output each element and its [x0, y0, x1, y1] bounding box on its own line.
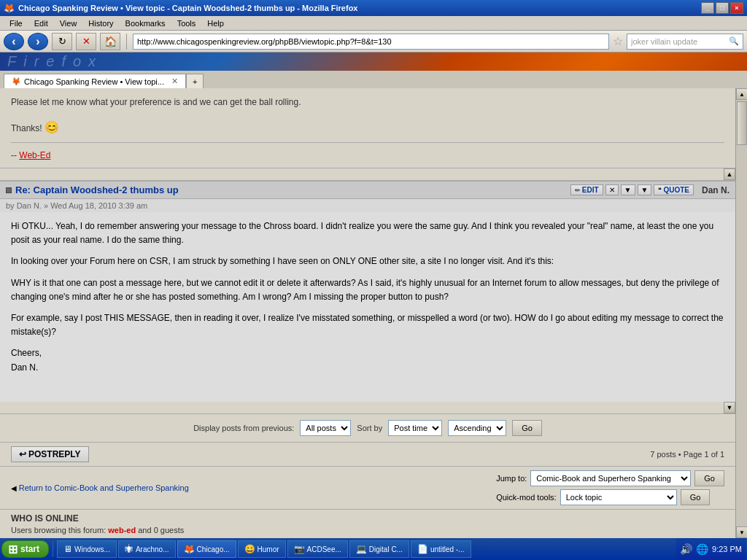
network-icon[interactable]: 🌐	[696, 543, 708, 554]
window-controls: _ □ ×	[701, 2, 743, 14]
taskbar-icon-1: 🖥	[63, 544, 72, 554]
taskbar-btn-6[interactable]: 💻 Digital C...	[349, 540, 409, 554]
forward-button[interactable]: ›	[28, 33, 48, 50]
close-button[interactable]: ×	[730, 2, 743, 14]
taskbar-btn-2[interactable]: 🕷 Arachno...	[118, 540, 176, 554]
post-body-p2: In looking over your Forum here on CSR, …	[11, 254, 724, 268]
taskbar-btn-1[interactable]: 🖥 Windows...	[57, 540, 117, 554]
main-content: Please let me know what your preference …	[0, 88, 735, 538]
scrollbar-track[interactable]	[736, 100, 747, 526]
delete-button[interactable]: ✕	[605, 184, 619, 195]
taskbar-btn-4[interactable]: 😄 Humor	[238, 540, 286, 554]
back-button[interactable]: ‹	[4, 33, 24, 50]
page-wrapper: Please let me know what your preference …	[0, 88, 747, 538]
taskbar: ⊞ start 🖥 Windows... 🕷 Arachno... 🦊 Chic…	[0, 538, 747, 554]
prev-post-thanks: Thanks! 😊	[11, 119, 724, 136]
bookmark-star[interactable]: ☆	[613, 34, 623, 48]
menu-help[interactable]: Help	[201, 18, 230, 29]
post-body-p3: WHY is it that one can post a message he…	[11, 276, 724, 304]
address-text: http://www.chicagospenkingreview.org/php…	[137, 37, 605, 46]
scroll-down-btn[interactable]: ▼	[724, 402, 735, 413]
taskbar-icon-6: 💻	[356, 544, 367, 554]
taskbar-label-7: untitled -...	[430, 545, 465, 553]
tab-close-icon[interactable]: ✕	[171, 77, 178, 86]
prev-post-sig: -- Web-Ed	[11, 149, 724, 162]
taskbar-icon-3: 🦊	[184, 544, 195, 554]
scroll-up-area: ▲	[0, 168, 735, 180]
stop-button[interactable]: ✕	[76, 33, 96, 50]
taskbar-separator	[53, 541, 53, 554]
post-body-p4: For example, say I post THIS MESSAGE, th…	[11, 311, 724, 339]
search-icon[interactable]: 🔍	[729, 36, 739, 46]
menubar: File Edit View History Bookmarks Tools H…	[0, 16, 747, 31]
start-button[interactable]: ⊞ start	[1, 540, 49, 554]
taskbar-icon-2: 🕷	[125, 544, 133, 554]
address-bar[interactable]: http://www.chicagospenkingreview.org/php…	[133, 34, 609, 50]
reload-button[interactable]: ↻	[52, 33, 72, 50]
home-button[interactable]: 🏠	[100, 33, 120, 50]
taskbar-icon-4: 😄	[244, 544, 255, 554]
display-select[interactable]: All posts	[300, 420, 351, 436]
post-header: Re: Captain Woodshed-2 thumbs up ✏ EDIT …	[0, 182, 735, 199]
toolbar: ‹ › ↻ ✕ 🏠 http://www.chicagospenkingrevi…	[0, 31, 747, 52]
taskbar-label-3: Chicago...	[197, 545, 230, 553]
scrollbar-down-button[interactable]: ▼	[736, 526, 747, 538]
toolbar-separator	[126, 34, 127, 50]
quickmod-label: Quick-mod tools:	[496, 493, 557, 502]
report2-button[interactable]: ▼	[638, 184, 652, 195]
tab-label: Chicago Spanking Review • View topi...	[24, 77, 164, 86]
menu-history[interactable]: History	[82, 18, 119, 29]
taskbar-btn-5[interactable]: 📷 ACDSee...	[287, 540, 348, 554]
post-actions: ✏ EDIT ✕ ▼ ▼ ❝ QUOTE Dan N.	[570, 184, 729, 195]
prev-post-area: Please let me know what your preference …	[0, 88, 735, 168]
who-online-user[interactable]: web-ed	[108, 526, 136, 534]
report-button[interactable]: ▼	[621, 184, 635, 195]
page-info: 7 posts • Page 1 of 1	[650, 450, 724, 459]
post-header-left: Re: Captain Woodshed-2 thumbs up	[6, 184, 179, 195]
taskbar-label-2: Arachno...	[136, 545, 169, 553]
search-text: joker villain update	[631, 37, 697, 46]
window-titlebar: 🦊 Chicago Spanking Review • View topic -…	[0, 0, 747, 16]
menu-edit[interactable]: Edit	[28, 18, 54, 29]
tab-main[interactable]: 🦊 Chicago Spanking Review • View topi...…	[4, 74, 186, 88]
web-ed-link[interactable]: Web-Ed	[19, 150, 50, 160]
taskbar-label-1: Windows...	[74, 545, 110, 553]
menu-tools[interactable]: Tools	[171, 18, 202, 29]
order-select[interactable]: Ascending	[448, 420, 506, 436]
post-reply-button[interactable]: ↩ POSTREPLY	[11, 446, 89, 462]
taskbar-btn-3[interactable]: 🦊 Chicago...	[177, 540, 236, 554]
jump-label: Jump to:	[496, 474, 527, 483]
quote-button[interactable]: ❝ QUOTE	[654, 184, 694, 195]
system-clock: 9:23 PM	[712, 545, 742, 553]
scroll-up-btn[interactable]: ▲	[724, 168, 735, 180]
window-title: Chicago Spanking Review • View topic - C…	[18, 4, 358, 12]
taskbar-icon-5: 📷	[294, 544, 305, 554]
sort-select[interactable]: Post time	[388, 420, 442, 436]
sort-go-button[interactable]: Go	[512, 420, 542, 436]
jump-go-button[interactable]: Go	[694, 470, 724, 486]
taskbar-btn-7[interactable]: 📄 untitled -...	[411, 540, 471, 554]
minimize-button[interactable]: _	[701, 2, 714, 14]
maximize-button[interactable]: □	[716, 2, 729, 14]
main-scroll-area: Please let me know what your preference …	[0, 88, 747, 538]
menu-bookmarks[interactable]: Bookmarks	[120, 18, 171, 29]
scrollbar-thumb[interactable]	[737, 101, 747, 145]
taskbar-label-5: ACDSee...	[307, 545, 341, 553]
search-bar[interactable]: joker villain update 🔍	[627, 34, 743, 50]
right-scrollbar: ▲ ▼	[735, 88, 747, 538]
jump-select[interactable]: Comic-Book and Superhero Spanking	[530, 470, 691, 486]
volume-icon[interactable]: 🔊	[680, 543, 692, 554]
menu-file[interactable]: File	[4, 18, 28, 29]
return-link[interactable]: Return to Comic-Book and Superhero Spank…	[19, 483, 189, 492]
edit-icon: ✏	[575, 187, 581, 194]
new-tab-button[interactable]: +	[186, 74, 204, 88]
nav-bar: ◀ Return to Comic-Book and Superhero Spa…	[0, 466, 735, 509]
quickmod-select[interactable]: Lock topic	[560, 489, 677, 505]
quickmod-area: Quick-mod tools: Lock topic Go	[496, 489, 724, 505]
scrollbar-up-button[interactable]: ▲	[736, 88, 747, 100]
menu-view[interactable]: View	[54, 18, 83, 29]
taskbar-label-4: Humor	[258, 545, 279, 553]
edit-button[interactable]: ✏ EDIT	[570, 184, 603, 195]
taskbar-label-6: Digital C...	[369, 545, 403, 553]
quickmod-go-button[interactable]: Go	[681, 489, 711, 505]
